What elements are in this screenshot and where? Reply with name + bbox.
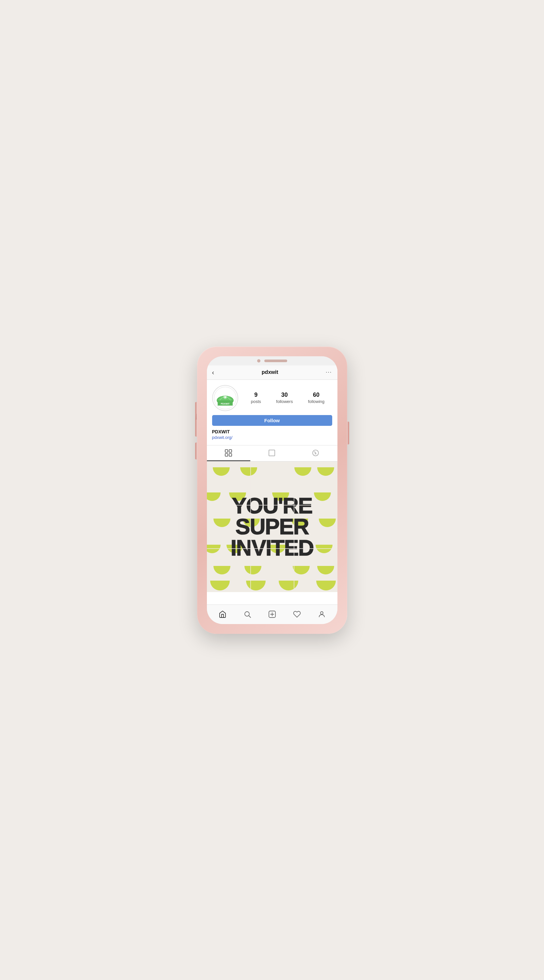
grid-line-v2 [294, 461, 294, 592]
volume-up-button [195, 420, 197, 437]
invite-line2: SUPER [213, 516, 331, 537]
deco-22 [246, 581, 266, 590]
deco-18 [244, 566, 262, 574]
svg-rect-6 [225, 450, 228, 452]
invite-line1: YOU'RE [213, 495, 331, 516]
deco-23 [279, 581, 298, 590]
add-icon [268, 610, 276, 618]
bio-link[interactable]: pdxwit.org/ [212, 435, 332, 440]
nav-home[interactable] [216, 608, 229, 621]
stat-posts: 9 posts [251, 391, 261, 404]
phone-screen: ‹ pdxwit ··· [207, 356, 338, 624]
invite-image-inner: YOU'RE SUPER INVITED [207, 461, 338, 592]
grid-icon [225, 449, 232, 457]
svg-rect-10 [269, 450, 275, 456]
deco-4 [317, 467, 334, 476]
nav-add[interactable] [266, 608, 279, 621]
back-button[interactable]: ‹ [212, 369, 214, 376]
tag-icon [312, 449, 319, 457]
deco-24 [316, 581, 336, 590]
deco-3 [294, 467, 311, 476]
deco-1 [213, 467, 230, 476]
deco-2 [240, 467, 257, 476]
volume-down-button [195, 442, 197, 460]
list-icon [268, 449, 276, 457]
profile-icon [318, 610, 326, 618]
content-tabs [207, 445, 338, 461]
svg-point-12 [314, 451, 315, 452]
grid-line-h2 [207, 548, 338, 549]
tab-list[interactable] [250, 445, 294, 461]
followers-count: 30 [276, 391, 293, 398]
phone-mockup: ‹ pdxwit ··· [190, 343, 354, 637]
more-options-button[interactable]: ··· [326, 369, 332, 375]
deco-21 [210, 581, 230, 590]
invite-image-container[interactable]: YOU'RE SUPER INVITED [207, 461, 338, 592]
search-icon [243, 610, 251, 618]
stat-following: 60 following [308, 391, 325, 404]
deco-19 [293, 566, 310, 574]
grid-content: YOU'RE SUPER INVITED [207, 461, 338, 592]
nav-heart[interactable] [290, 608, 303, 621]
power-button [347, 422, 349, 444]
grid-line-v1 [250, 461, 251, 592]
mute-button [195, 402, 197, 414]
phone-body: ‹ pdxwit ··· [197, 347, 347, 634]
grid-line-h1 [207, 505, 338, 506]
tab-tagged[interactable] [294, 445, 337, 461]
avatar[interactable]: PDXWIT [212, 385, 238, 411]
svg-line-16 [249, 616, 251, 618]
following-count: 60 [308, 391, 325, 398]
followers-label: followers [276, 399, 293, 404]
nav-profile[interactable] [315, 608, 328, 621]
tab-grid[interactable] [207, 445, 250, 461]
invite-line3: INVITED [213, 537, 331, 558]
follow-button[interactable]: Follow [212, 415, 332, 426]
bio-name: PDXWIT [212, 429, 332, 434]
earpiece-speaker [264, 360, 287, 362]
bottom-navigation [207, 605, 338, 624]
home-icon [219, 610, 227, 618]
posts-label: posts [251, 399, 261, 404]
posts-count: 9 [251, 391, 261, 398]
svg-rect-9 [229, 453, 232, 456]
svg-text:PDXWIT: PDXWIT [220, 402, 230, 405]
screen-content: ‹ pdxwit ··· [207, 366, 338, 605]
avatar-image: PDXWIT [214, 387, 236, 409]
side-buttons-left [195, 402, 197, 460]
profile-top-row: PDXWIT 9 posts 30 followers [212, 385, 332, 411]
profile-section: PDXWIT 9 posts 30 followers [207, 380, 338, 445]
svg-rect-8 [225, 453, 228, 456]
front-camera [257, 359, 260, 363]
stat-followers: 30 followers [276, 391, 293, 404]
following-label: following [308, 399, 325, 404]
profile-username-header: pdxwit [262, 369, 278, 375]
heart-icon [293, 610, 301, 618]
svg-point-3 [224, 396, 226, 398]
profile-stats: 9 posts 30 followers 60 following [243, 391, 332, 404]
instagram-header: ‹ pdxwit ··· [207, 366, 338, 380]
deco-17 [213, 566, 230, 574]
phone-top-bar [207, 356, 338, 366]
svg-rect-7 [229, 450, 232, 452]
svg-point-20 [320, 612, 323, 614]
nav-search[interactable] [241, 608, 254, 621]
deco-20 [317, 566, 334, 574]
